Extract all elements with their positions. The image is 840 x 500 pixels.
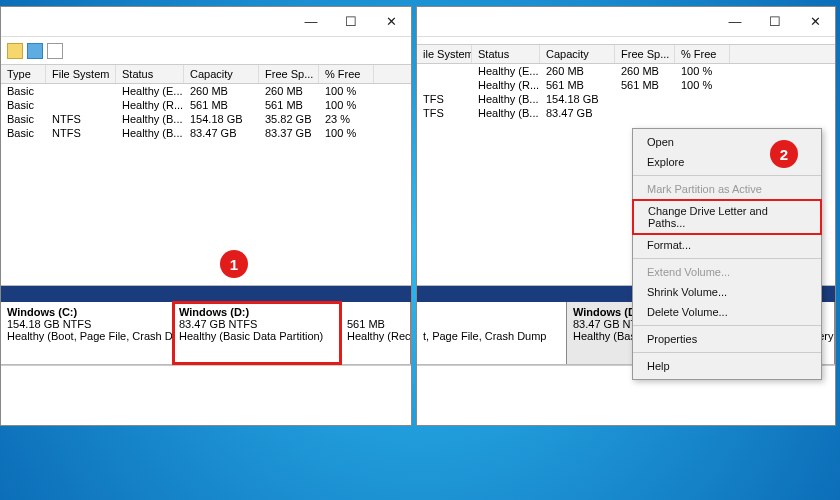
volume-recovery[interactable]: 561 MB Healthy (Recovery <box>341 302 411 364</box>
disk-graphic: Windows (C:) 154.18 GB NTFS Healthy (Boo… <box>1 285 411 365</box>
volume-size: 561 MB <box>347 318 404 330</box>
volume-name: Windows (D:) <box>179 306 334 318</box>
volume-size: 83.47 GB NTFS <box>179 318 334 330</box>
volume-state: Healthy (Basic Data Partition) <box>179 330 334 342</box>
volume-list-header: ile System Status Capacity Free Sp... % … <box>417 45 835 64</box>
close-button[interactable]: ✕ <box>371 8 411 36</box>
col-status[interactable]: Status <box>472 45 540 63</box>
volume-list: Healthy (E... 260 MB 260 MB 100 % Health… <box>417 64 835 120</box>
volume-name: Windows (C:) <box>7 306 166 318</box>
view-icon[interactable] <box>47 43 63 59</box>
volume-size: 154.18 GB NTFS <box>7 318 166 330</box>
annotation-badge-2: 2 <box>770 140 798 168</box>
volume-d[interactable]: Windows (D:) 83.47 GB NTFS Healthy (Basi… <box>173 302 341 364</box>
table-row[interactable]: TFS Healthy (B... 154.18 GB <box>417 92 835 106</box>
col-capacity[interactable]: Capacity <box>184 65 259 83</box>
col-capacity[interactable]: Capacity <box>540 45 615 63</box>
col-status[interactable]: Status <box>116 65 184 83</box>
titlebar: — ☐ ✕ <box>1 7 411 37</box>
footer-area <box>1 365 411 425</box>
menu-shrink-volume[interactable]: Shrink Volume... <box>633 282 821 302</box>
disk-management-window-left: — ☐ ✕ Type File System Status Capacity F… <box>0 6 412 426</box>
strip-header <box>1 286 411 302</box>
menu-properties[interactable]: Properties <box>633 329 821 349</box>
table-row[interactable]: Basic Healthy (R... 561 MB 561 MB 100 % <box>1 98 411 112</box>
empty-area <box>1 140 411 285</box>
refresh-icon[interactable] <box>7 43 23 59</box>
menu-extend-volume: Extend Volume... <box>633 262 821 282</box>
maximize-button[interactable]: ☐ <box>755 8 795 36</box>
table-row[interactable]: Healthy (E... 260 MB 260 MB 100 % <box>417 64 835 78</box>
toolbar <box>417 37 835 45</box>
menu-delete-volume[interactable]: Delete Volume... <box>633 302 821 322</box>
toolbar <box>1 37 411 65</box>
menu-help[interactable]: Help <box>633 356 821 376</box>
col-percentfree[interactable]: % Free <box>675 45 730 63</box>
col-filesystem[interactable]: File System <box>46 65 116 83</box>
menu-format[interactable]: Format... <box>633 235 821 255</box>
volume-list: Basic Healthy (E... 260 MB 260 MB 100 % … <box>1 84 411 140</box>
annotation-badge-1: 1 <box>220 250 248 278</box>
volume-state: t, Page File, Crash Dump <box>423 330 560 342</box>
table-row[interactable]: TFS Healthy (B... 83.47 GB <box>417 106 835 120</box>
close-button[interactable]: ✕ <box>795 8 835 36</box>
volume-state: Healthy (Boot, Page File, Crash Dump <box>7 330 166 342</box>
col-percentfree[interactable]: % Free <box>319 65 374 83</box>
minimize-button[interactable]: — <box>291 8 331 36</box>
volume-c[interactable]: Windows (C:) 154.18 GB NTFS Healthy (Boo… <box>1 302 173 364</box>
rescan-icon[interactable] <box>27 43 43 59</box>
context-menu: Open Explore Mark Partition as Active Ch… <box>632 128 822 380</box>
volume-c[interactable]: t, Page File, Crash Dump <box>417 302 567 364</box>
menu-mark-active: Mark Partition as Active <box>633 179 821 199</box>
table-row[interactable]: Basic NTFS Healthy (B... 154.18 GB 35.82… <box>1 112 411 126</box>
titlebar: — ☐ ✕ <box>417 7 835 37</box>
volume-list-header: Type File System Status Capacity Free Sp… <box>1 65 411 84</box>
col-filesystem[interactable]: ile System <box>417 45 472 63</box>
col-freespace[interactable]: Free Sp... <box>259 65 319 83</box>
table-row[interactable]: Healthy (R... 561 MB 561 MB 100 % <box>417 78 835 92</box>
menu-change-drive-letter[interactable]: Change Drive Letter and Paths... <box>632 199 822 235</box>
minimize-button[interactable]: — <box>715 8 755 36</box>
volume-name <box>347 306 404 318</box>
volume-state: Healthy (Recovery <box>347 330 404 342</box>
table-row[interactable]: Basic Healthy (E... 260 MB 260 MB 100 % <box>1 84 411 98</box>
maximize-button[interactable]: ☐ <box>331 8 371 36</box>
col-type[interactable]: Type <box>1 65 46 83</box>
table-row[interactable]: Basic NTFS Healthy (B... 83.47 GB 83.37 … <box>1 126 411 140</box>
col-freespace[interactable]: Free Sp... <box>615 45 675 63</box>
